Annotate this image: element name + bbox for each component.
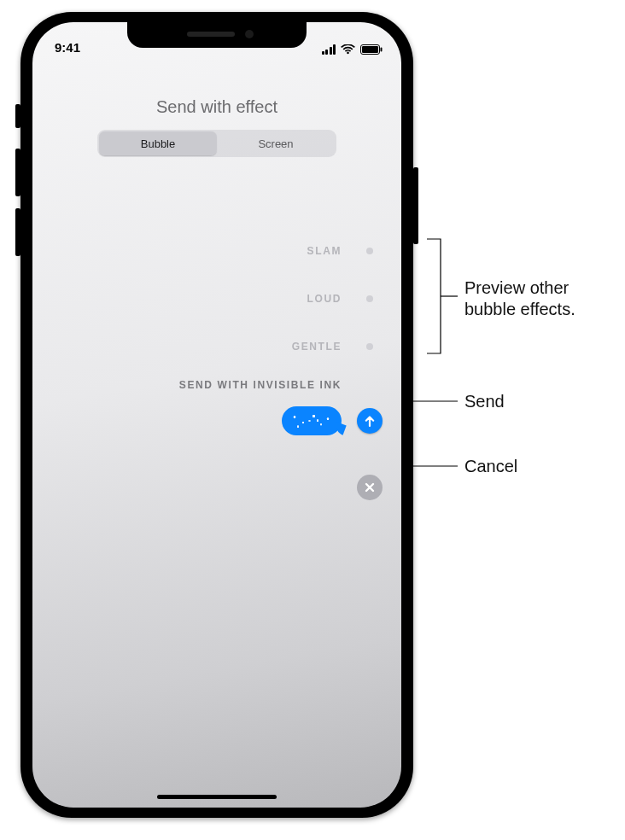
effect-option-slam[interactable]: SLAM bbox=[178, 227, 383, 275]
arrow-up-icon bbox=[363, 414, 377, 428]
effect-dot-icon bbox=[366, 343, 373, 350]
effect-label: SLAM bbox=[307, 245, 342, 257]
power-button bbox=[413, 167, 418, 244]
callout-send: Send bbox=[464, 391, 505, 412]
callout-preview-effects: Preview other bubble effects. bbox=[464, 277, 614, 320]
effect-label: LOUD bbox=[307, 293, 342, 305]
message-bubble-preview bbox=[282, 406, 342, 435]
bubble-effects-list: SLAM LOUD GENTLE SEND WITH INVISIBLE INK bbox=[178, 227, 383, 500]
send-button[interactable] bbox=[357, 408, 383, 434]
message-preview-row bbox=[178, 406, 383, 435]
callout-cancel: Cancel bbox=[464, 456, 517, 477]
phone-frame: 9:41 bbox=[20, 12, 413, 818]
effect-label: SEND WITH INVISIBLE INK bbox=[179, 379, 342, 391]
invisible-ink-icon bbox=[290, 411, 333, 430]
effect-option-invisible-ink[interactable]: SEND WITH INVISIBLE INK bbox=[178, 370, 383, 400]
effect-option-gentle[interactable]: GENTLE bbox=[178, 323, 383, 370]
close-icon bbox=[364, 481, 376, 493]
status-time: 9:41 bbox=[55, 40, 80, 56]
effect-dot-icon bbox=[366, 295, 373, 302]
svg-rect-1 bbox=[362, 46, 378, 53]
battery-icon bbox=[360, 44, 383, 55]
effect-option-loud[interactable]: LOUD bbox=[178, 275, 383, 323]
cellular-signal-icon bbox=[322, 44, 336, 55]
home-indicator[interactable] bbox=[157, 795, 277, 799]
wifi-icon bbox=[341, 44, 355, 55]
phone-screen: 9:41 bbox=[32, 22, 401, 808]
notch bbox=[127, 22, 307, 48]
effect-dot-icon bbox=[366, 248, 373, 254]
page-title: Send with effect bbox=[32, 97, 401, 117]
svg-rect-2 bbox=[381, 48, 383, 52]
tab-bubble[interactable]: Bubble bbox=[99, 131, 217, 155]
cancel-button[interactable] bbox=[357, 475, 383, 500]
effect-scope-segmented-control[interactable]: Bubble Screen bbox=[97, 130, 336, 157]
effect-label: GENTLE bbox=[292, 341, 342, 353]
tab-screen[interactable]: Screen bbox=[217, 131, 335, 155]
